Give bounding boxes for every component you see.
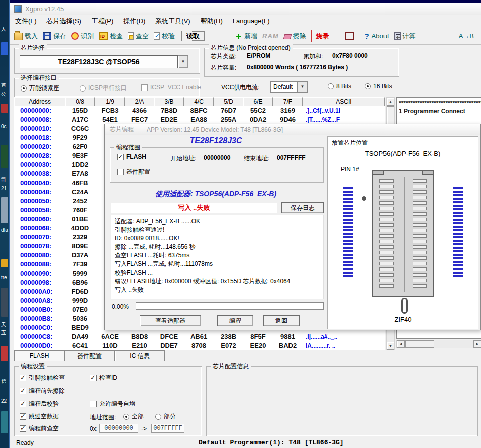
chevron-down-icon[interactable]: ▼ [178, 55, 188, 68]
skip-blank-data-checkbox[interactable]: 跳过空数据 [20, 412, 59, 421]
hex-cell[interactable]: 110D [95, 341, 125, 350]
scroll-left-icon[interactable]: ◄ [397, 340, 405, 348]
hex-cell[interactable]: 6C41 [65, 341, 95, 350]
hex-cell[interactable]: 07E0 [65, 305, 95, 314]
range-part-radio[interactable]: 部分 [155, 412, 176, 421]
hex-cell[interactable]: 6B96 [65, 278, 95, 287]
range-from-field[interactable]: 00000000 [99, 424, 138, 433]
hex-cell[interactable]: FEC7 [125, 115, 154, 124]
flash-checkbox[interactable]: FLASH [117, 153, 146, 160]
verify-button[interactable]: 校验 [154, 32, 175, 40]
hex-cell[interactable]: 760F [65, 206, 95, 215]
hex-cell[interactable]: 6ACE [95, 332, 125, 341]
horizontal-scrollbar[interactable]: ◄ ► [396, 340, 481, 348]
hex-cell[interactable]: FD6D [65, 287, 95, 296]
tab-ic-info[interactable]: IC 信息 [115, 350, 165, 361]
chevron-down-icon[interactable]: ▼ [297, 81, 308, 93]
id-check-button[interactable]: 检查 [99, 32, 123, 40]
menu-item-6[interactable]: Language(L) [233, 17, 270, 25]
menu-item-3[interactable]: 操作(D) [123, 17, 145, 26]
hex-cell[interactable]: 4366 [125, 106, 154, 115]
hex-cell[interactable]: 62F0 [65, 142, 95, 151]
bits-16-radio[interactable]: 16 Bits [365, 83, 392, 90]
hex-cell[interactable]: 0DA2 [243, 115, 273, 124]
scroll-down-icon[interactable]: ▼ [387, 342, 394, 350]
read-button[interactable]: 读取 [180, 30, 206, 42]
hex-cell[interactable]: B8D8 [125, 332, 154, 341]
hex-cell[interactable]: FCB3 [95, 106, 125, 115]
dialog-title-bar[interactable]: 芯片编程 APP Version: 12.45 Device Model: T4… [105, 124, 480, 135]
hex-cell[interactable]: 9E3F [65, 151, 95, 160]
save-log-button[interactable]: 保存日志 [281, 202, 324, 213]
icsp-vcc-checkbox[interactable]: ICSP_VCC Enable [141, 84, 201, 91]
bits-8-radio[interactable]: 8 Bits [328, 83, 351, 90]
hex-column-header-8[interactable]: 7/F [273, 97, 303, 106]
hex-cell[interactable]: 2452 [65, 197, 95, 206]
hex-cell[interactable]: 9F29 [65, 133, 95, 142]
blank-check-before-program-checkbox[interactable]: 编程前查空 [20, 424, 59, 433]
erase-button[interactable]: 擦除 [284, 32, 306, 40]
hex-cell[interactable]: 76D7 [214, 106, 243, 115]
hex-cell[interactable]: 999D [65, 296, 95, 305]
hex-cell[interactable]: 2329 [65, 233, 95, 242]
hex-cell[interactable]: 155D [65, 106, 95, 115]
hex-ascii[interactable]: .|T......%Z...F [303, 115, 385, 124]
blank-check-button[interactable]: 查空 [128, 32, 149, 40]
ic-test-button[interactable] [345, 32, 354, 40]
hex-cell[interactable]: 7F39 [65, 260, 95, 269]
back-button[interactable]: 返回 [263, 315, 300, 326]
hex-cell[interactable]: 7B8D [154, 106, 184, 115]
hex-ascii[interactable]: lA.........r. .. [303, 341, 385, 350]
burn-button[interactable]: 烧录 [311, 30, 334, 42]
hex-cell[interactable]: D37A [65, 251, 95, 260]
erase-before-program-checkbox[interactable]: 编程前先擦除 [20, 387, 65, 395]
title-bar[interactable]: Xgpro v12.45 [10, 3, 481, 15]
hex-cell[interactable]: DFCE [154, 332, 184, 341]
hex-cell[interactable]: 55C2 [243, 106, 273, 115]
hex-column-header-4[interactable]: 3/B [154, 97, 184, 106]
hex-cell[interactable]: 1DD2 [65, 160, 95, 169]
hex-cell[interactable]: 255A [214, 115, 243, 124]
hex-cell[interactable]: 5999 [65, 269, 95, 278]
hex-column-header-3[interactable]: 2/A [125, 97, 154, 106]
program-button[interactable]: 编程 [217, 315, 253, 326]
chip-select-combobox[interactable]: TE28F128J3C @TSOP56 ▼ [20, 55, 188, 68]
hex-cell[interactable]: 9881 [273, 332, 303, 341]
hex-cell[interactable]: ED2E [154, 115, 184, 124]
tab-device-config[interactable]: 器件配置 [64, 350, 115, 361]
auto-identify-button[interactable]: 识别 [71, 32, 94, 40]
range-to-field[interactable]: 007FFFFF [151, 424, 184, 433]
hex-cell[interactable]: BED9 [65, 323, 95, 332]
hex-cell[interactable]: 8BFC [184, 106, 214, 115]
hex-cell[interactable]: 4DDD [65, 224, 95, 233]
scrollbar-thumb[interactable] [405, 340, 434, 348]
hex-cell[interactable]: DDE7 [154, 341, 184, 350]
hex-cell[interactable]: 8708 [184, 341, 214, 350]
range-all-radio[interactable]: 全部 [123, 412, 144, 421]
verify-after-program-checkbox[interactable]: 编程后校验 [20, 400, 59, 408]
hex-cell[interactable]: BAD2 [273, 341, 303, 350]
hex-cell[interactable]: 238B [214, 332, 243, 341]
menu-item-5[interactable]: 帮助(H) [201, 17, 223, 26]
check-id-checkbox[interactable]: 检查ID [90, 374, 117, 382]
view-adapter-button[interactable]: 查看适配器 [140, 315, 201, 326]
hex-cell[interactable]: 8F5F [243, 332, 273, 341]
hex-column-header-6[interactable]: 5/D [214, 97, 243, 106]
add-button[interactable]: 新增 [235, 32, 257, 40]
tab-flash[interactable]: FLASH [14, 350, 64, 361]
hex-cell[interactable]: 8D9E [65, 242, 95, 251]
hex-cell[interactable]: A17C [65, 115, 95, 124]
hex-cell[interactable]: CC6C [65, 124, 95, 133]
hex-column-header-0[interactable]: Address [14, 97, 65, 106]
hex-column-header-7[interactable]: 6/E [243, 97, 273, 106]
hex-cell[interactable]: 3169 [273, 106, 303, 115]
auto-serial-number-checkbox[interactable]: 允许编号自增 [90, 400, 135, 408]
menu-item-1[interactable]: 芯片选择(S) [47, 17, 81, 26]
save-button[interactable]: 保存 [43, 32, 66, 40]
hex-cell[interactable]: E7A8 [65, 169, 95, 178]
hex-cell[interactable]: EA88 [184, 115, 214, 124]
hex-cell[interactable]: DA49 [65, 332, 95, 341]
icsp-port-radio[interactable]: ICSP串行接口 [80, 84, 127, 93]
hex-cell[interactable]: AB61 [184, 332, 214, 341]
ram-button[interactable]: RAM [262, 32, 279, 40]
